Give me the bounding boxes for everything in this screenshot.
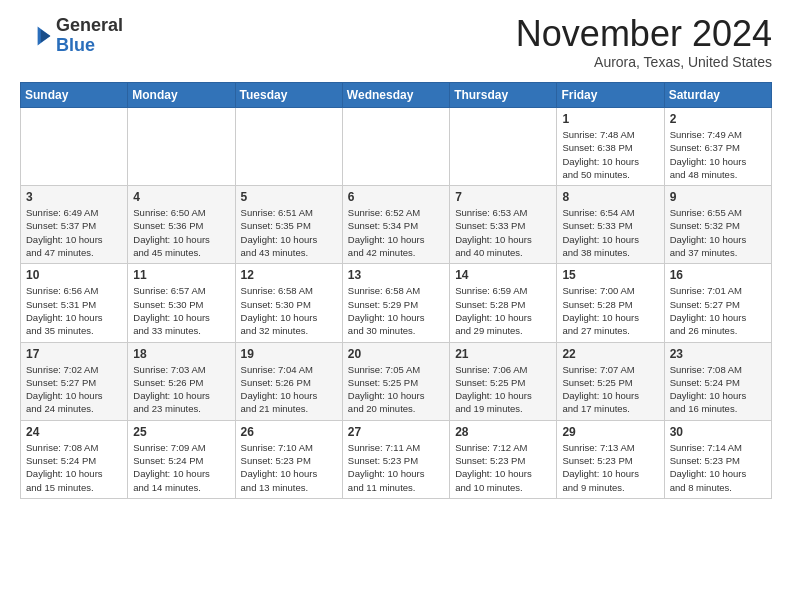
calendar-cell: 18Sunrise: 7:03 AM Sunset: 5:26 PM Dayli… — [128, 342, 235, 420]
day-number: 26 — [241, 425, 337, 439]
day-number: 8 — [562, 190, 658, 204]
day-number: 13 — [348, 268, 444, 282]
location: Aurora, Texas, United States — [516, 54, 772, 70]
weekday-header-saturday: Saturday — [664, 83, 771, 108]
day-info: Sunrise: 7:06 AM Sunset: 5:25 PM Dayligh… — [455, 363, 551, 416]
day-number: 14 — [455, 268, 551, 282]
week-row-2: 10Sunrise: 6:56 AM Sunset: 5:31 PM Dayli… — [21, 264, 772, 342]
calendar-cell: 17Sunrise: 7:02 AM Sunset: 5:27 PM Dayli… — [21, 342, 128, 420]
weekday-header-sunday: Sunday — [21, 83, 128, 108]
logo: General Blue — [20, 16, 123, 56]
calendar-cell: 15Sunrise: 7:00 AM Sunset: 5:28 PM Dayli… — [557, 264, 664, 342]
calendar-cell — [128, 108, 235, 186]
calendar-cell: 23Sunrise: 7:08 AM Sunset: 5:24 PM Dayli… — [664, 342, 771, 420]
day-info: Sunrise: 7:09 AM Sunset: 5:24 PM Dayligh… — [133, 441, 229, 494]
day-info: Sunrise: 7:03 AM Sunset: 5:26 PM Dayligh… — [133, 363, 229, 416]
calendar-cell: 11Sunrise: 6:57 AM Sunset: 5:30 PM Dayli… — [128, 264, 235, 342]
day-number: 16 — [670, 268, 766, 282]
logo-blue: Blue — [56, 35, 95, 55]
day-number: 18 — [133, 347, 229, 361]
calendar-cell: 9Sunrise: 6:55 AM Sunset: 5:32 PM Daylig… — [664, 186, 771, 264]
day-number: 12 — [241, 268, 337, 282]
week-row-1: 3Sunrise: 6:49 AM Sunset: 5:37 PM Daylig… — [21, 186, 772, 264]
day-number: 15 — [562, 268, 658, 282]
calendar-cell: 27Sunrise: 7:11 AM Sunset: 5:23 PM Dayli… — [342, 420, 449, 498]
day-info: Sunrise: 6:55 AM Sunset: 5:32 PM Dayligh… — [670, 206, 766, 259]
day-number: 21 — [455, 347, 551, 361]
calendar-cell: 25Sunrise: 7:09 AM Sunset: 5:24 PM Dayli… — [128, 420, 235, 498]
calendar-cell — [235, 108, 342, 186]
day-info: Sunrise: 7:08 AM Sunset: 5:24 PM Dayligh… — [26, 441, 122, 494]
day-number: 7 — [455, 190, 551, 204]
calendar-cell: 13Sunrise: 6:58 AM Sunset: 5:29 PM Dayli… — [342, 264, 449, 342]
logo-icon — [20, 20, 52, 52]
day-info: Sunrise: 7:01 AM Sunset: 5:27 PM Dayligh… — [670, 284, 766, 337]
day-info: Sunrise: 7:10 AM Sunset: 5:23 PM Dayligh… — [241, 441, 337, 494]
day-info: Sunrise: 7:05 AM Sunset: 5:25 PM Dayligh… — [348, 363, 444, 416]
calendar-cell — [342, 108, 449, 186]
day-info: Sunrise: 7:14 AM Sunset: 5:23 PM Dayligh… — [670, 441, 766, 494]
calendar-cell: 2Sunrise: 7:49 AM Sunset: 6:37 PM Daylig… — [664, 108, 771, 186]
day-info: Sunrise: 7:12 AM Sunset: 5:23 PM Dayligh… — [455, 441, 551, 494]
calendar-cell: 5Sunrise: 6:51 AM Sunset: 5:35 PM Daylig… — [235, 186, 342, 264]
calendar-cell: 12Sunrise: 6:58 AM Sunset: 5:30 PM Dayli… — [235, 264, 342, 342]
day-number: 30 — [670, 425, 766, 439]
day-info: Sunrise: 6:58 AM Sunset: 5:30 PM Dayligh… — [241, 284, 337, 337]
logo-text: General Blue — [56, 16, 123, 56]
day-info: Sunrise: 6:51 AM Sunset: 5:35 PM Dayligh… — [241, 206, 337, 259]
day-info: Sunrise: 7:07 AM Sunset: 5:25 PM Dayligh… — [562, 363, 658, 416]
day-info: Sunrise: 7:49 AM Sunset: 6:37 PM Dayligh… — [670, 128, 766, 181]
calendar-cell: 10Sunrise: 6:56 AM Sunset: 5:31 PM Dayli… — [21, 264, 128, 342]
day-info: Sunrise: 7:11 AM Sunset: 5:23 PM Dayligh… — [348, 441, 444, 494]
day-info: Sunrise: 7:00 AM Sunset: 5:28 PM Dayligh… — [562, 284, 658, 337]
day-number: 19 — [241, 347, 337, 361]
day-number: 25 — [133, 425, 229, 439]
logo-general: General — [56, 15, 123, 35]
day-number: 11 — [133, 268, 229, 282]
calendar: SundayMondayTuesdayWednesdayThursdayFrid… — [20, 82, 772, 499]
header: General Blue November 2024 Aurora, Texas… — [20, 16, 772, 70]
calendar-cell — [21, 108, 128, 186]
calendar-cell: 30Sunrise: 7:14 AM Sunset: 5:23 PM Dayli… — [664, 420, 771, 498]
calendar-cell: 6Sunrise: 6:52 AM Sunset: 5:34 PM Daylig… — [342, 186, 449, 264]
week-row-3: 17Sunrise: 7:02 AM Sunset: 5:27 PM Dayli… — [21, 342, 772, 420]
weekday-header-wednesday: Wednesday — [342, 83, 449, 108]
weekday-header-tuesday: Tuesday — [235, 83, 342, 108]
day-number: 24 — [26, 425, 122, 439]
day-info: Sunrise: 7:48 AM Sunset: 6:38 PM Dayligh… — [562, 128, 658, 181]
calendar-cell: 3Sunrise: 6:49 AM Sunset: 5:37 PM Daylig… — [21, 186, 128, 264]
day-number: 1 — [562, 112, 658, 126]
day-info: Sunrise: 6:53 AM Sunset: 5:33 PM Dayligh… — [455, 206, 551, 259]
day-info: Sunrise: 7:02 AM Sunset: 5:27 PM Dayligh… — [26, 363, 122, 416]
calendar-cell: 29Sunrise: 7:13 AM Sunset: 5:23 PM Dayli… — [557, 420, 664, 498]
day-info: Sunrise: 6:50 AM Sunset: 5:36 PM Dayligh… — [133, 206, 229, 259]
calendar-cell: 28Sunrise: 7:12 AM Sunset: 5:23 PM Dayli… — [450, 420, 557, 498]
day-info: Sunrise: 6:52 AM Sunset: 5:34 PM Dayligh… — [348, 206, 444, 259]
calendar-cell: 20Sunrise: 7:05 AM Sunset: 5:25 PM Dayli… — [342, 342, 449, 420]
day-number: 22 — [562, 347, 658, 361]
day-info: Sunrise: 6:59 AM Sunset: 5:28 PM Dayligh… — [455, 284, 551, 337]
week-row-0: 1Sunrise: 7:48 AM Sunset: 6:38 PM Daylig… — [21, 108, 772, 186]
title-block: November 2024 Aurora, Texas, United Stat… — [516, 16, 772, 70]
day-number: 6 — [348, 190, 444, 204]
day-number: 27 — [348, 425, 444, 439]
page: General Blue November 2024 Aurora, Texas… — [0, 0, 792, 519]
day-info: Sunrise: 6:57 AM Sunset: 5:30 PM Dayligh… — [133, 284, 229, 337]
calendar-cell — [450, 108, 557, 186]
calendar-cell: 21Sunrise: 7:06 AM Sunset: 5:25 PM Dayli… — [450, 342, 557, 420]
day-info: Sunrise: 6:49 AM Sunset: 5:37 PM Dayligh… — [26, 206, 122, 259]
day-info: Sunrise: 6:58 AM Sunset: 5:29 PM Dayligh… — [348, 284, 444, 337]
day-info: Sunrise: 7:04 AM Sunset: 5:26 PM Dayligh… — [241, 363, 337, 416]
weekday-header-friday: Friday — [557, 83, 664, 108]
week-row-4: 24Sunrise: 7:08 AM Sunset: 5:24 PM Dayli… — [21, 420, 772, 498]
day-number: 20 — [348, 347, 444, 361]
day-info: Sunrise: 6:56 AM Sunset: 5:31 PM Dayligh… — [26, 284, 122, 337]
day-number: 2 — [670, 112, 766, 126]
calendar-cell: 1Sunrise: 7:48 AM Sunset: 6:38 PM Daylig… — [557, 108, 664, 186]
day-info: Sunrise: 6:54 AM Sunset: 5:33 PM Dayligh… — [562, 206, 658, 259]
weekday-header-row: SundayMondayTuesdayWednesdayThursdayFrid… — [21, 83, 772, 108]
calendar-cell: 16Sunrise: 7:01 AM Sunset: 5:27 PM Dayli… — [664, 264, 771, 342]
day-info: Sunrise: 7:13 AM Sunset: 5:23 PM Dayligh… — [562, 441, 658, 494]
weekday-header-thursday: Thursday — [450, 83, 557, 108]
month-title: November 2024 — [516, 16, 772, 52]
